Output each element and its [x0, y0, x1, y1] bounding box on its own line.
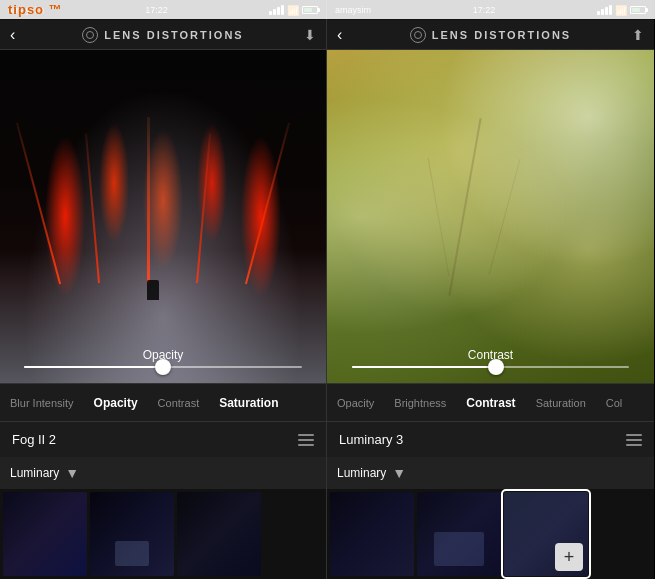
- right-category-label: Luminary: [337, 466, 386, 480]
- tab-opacity[interactable]: Opacity: [84, 384, 148, 421]
- right-thumb-3[interactable]: +: [504, 492, 588, 576]
- tab-contrast-right[interactable]: Contrast: [456, 384, 525, 421]
- left-thumb-1[interactable]: [3, 492, 87, 576]
- right-thumb-1[interactable]: [330, 492, 414, 576]
- right-slider-track[interactable]: [352, 366, 630, 368]
- right-menu-icon[interactable]: [626, 434, 642, 446]
- app-title-right: LENS DISTORTIONS: [432, 29, 571, 41]
- left-preset-name: Fog II 2: [12, 432, 56, 447]
- left-thumb-2[interactable]: [90, 492, 174, 576]
- tab-contrast-left[interactable]: Contrast: [148, 384, 210, 421]
- right-preset-header: Luminary 3: [327, 421, 654, 457]
- right-preset-name: Luminary 3: [339, 432, 403, 447]
- left-photo-area: Opacity: [0, 50, 326, 383]
- lens-distortions-logo-right: [410, 27, 426, 43]
- app-title-left: LENS DISTORTIONS: [104, 29, 243, 41]
- left-slider-track[interactable]: [24, 366, 301, 368]
- left-tabs-bar: Blur Intensity Opacity Contrast Saturati…: [0, 383, 326, 421]
- left-slider-thumb[interactable]: [155, 359, 171, 375]
- left-photo-bg: [0, 50, 326, 383]
- right-thumbnails: +: [327, 489, 654, 579]
- tab-brightness-right[interactable]: Brightness: [384, 384, 456, 421]
- back-button-left[interactable]: ‹: [10, 26, 15, 44]
- right-photo-area: Contrast: [327, 50, 654, 383]
- right-photo-bg: [327, 50, 654, 383]
- left-category-dropdown[interactable]: ▼: [65, 465, 79, 481]
- tab-col-right[interactable]: Col: [596, 384, 633, 421]
- right-panel: amaysim 17:22 📶 ‹ LENS DISTORTIONS ⬆: [327, 0, 654, 579]
- left-thumb-3[interactable]: [177, 492, 261, 576]
- left-category-row: Luminary ▼: [0, 457, 326, 489]
- right-slider-area: Contrast: [327, 348, 654, 368]
- left-slider-fill: [24, 366, 163, 368]
- watermark-text: tipso ™: [8, 2, 63, 17]
- left-thumbnails: [0, 489, 326, 579]
- right-app-header: ‹ LENS DISTORTIONS ⬆: [327, 20, 654, 50]
- tab-saturation-left[interactable]: Saturation: [209, 384, 288, 421]
- right-slider-thumb[interactable]: [488, 359, 504, 375]
- left-slider-area: Opacity: [0, 348, 326, 368]
- download-icon-left[interactable]: ⬇: [304, 27, 316, 43]
- watermark: tipso ™: [0, 0, 655, 19]
- tab-opacity-right[interactable]: Opacity: [327, 384, 384, 421]
- right-category-row: Luminary ▼: [327, 457, 654, 489]
- stage-figure: [147, 280, 159, 300]
- tab-saturation-right[interactable]: Saturation: [526, 384, 596, 421]
- right-mist-overlay: [327, 50, 654, 383]
- lens-distortions-logo-left: [82, 27, 98, 43]
- back-button-right[interactable]: ‹: [337, 26, 342, 44]
- right-tabs-bar: Opacity Brightness Contrast Saturation C…: [327, 383, 654, 421]
- left-preset-header: Fog II 2: [0, 421, 326, 457]
- right-category-dropdown[interactable]: ▼: [392, 465, 406, 481]
- left-category-label: Luminary: [10, 466, 59, 480]
- add-button-right[interactable]: +: [555, 543, 583, 571]
- left-app-header: ‹ LENS DISTORTIONS ⬇: [0, 20, 326, 50]
- tab-blur-intensity[interactable]: Blur Intensity: [0, 384, 84, 421]
- right-thumb-2[interactable]: [417, 492, 501, 576]
- left-menu-icon[interactable]: [298, 434, 314, 446]
- share-icon-right[interactable]: ⬆: [632, 27, 644, 43]
- left-panel: amaysim 17:22 📶 ‹ LENS DISTORTIONS ⬇: [0, 0, 327, 579]
- right-slider-fill: [352, 366, 497, 368]
